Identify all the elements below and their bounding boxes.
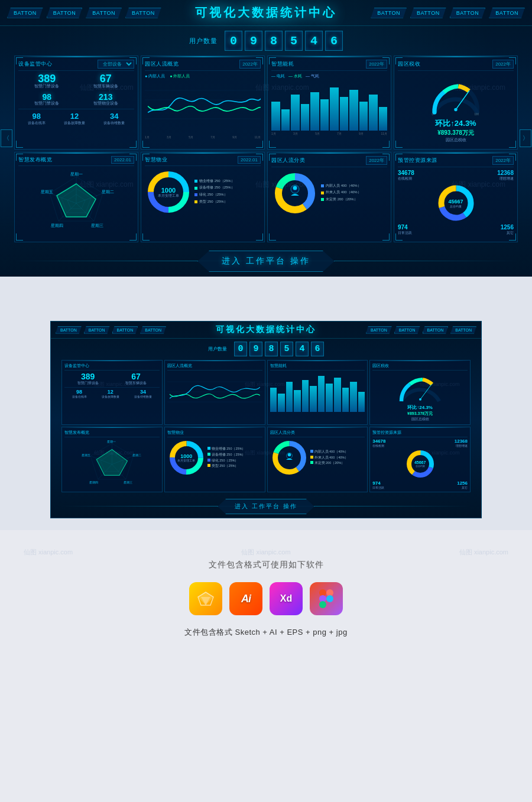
- d2-property-title: 智慧物业: [167, 430, 262, 437]
- d2-enter-btn[interactable]: 进入 工作平台 操作: [218, 499, 314, 514]
- budget-stat2-num: 12368: [497, 170, 514, 176]
- d2-user-count: 用户数量 0 9 8 5 4 6: [51, 339, 481, 358]
- equip-num-2: 67: [77, 73, 135, 84]
- svg-rect-78: [326, 595, 333, 602]
- right-header-buttons: BATTON BATTON BATTON BATTON: [371, 8, 525, 18]
- property-header: 智慧物业 2022.01: [145, 156, 261, 166]
- header-btn-5[interactable]: BATTON: [371, 8, 407, 18]
- figma-icon: [310, 582, 343, 615]
- d2-btn-5[interactable]: BATTON: [366, 326, 392, 334]
- d2-grid-1: 设备监管中心 389 智慧门禁设备 67 智慧车辆设备 98 设备在线率: [51, 358, 481, 427]
- info-wm-center: 仙图 xianpic.com: [241, 548, 290, 557]
- info-wm-right: 仙图 xianpic.com: [459, 548, 508, 557]
- d2-row1: 98: [72, 389, 87, 395]
- header: BATTON BATTON BATTON BATTON 可视化大数据统计中心 B…: [0, 0, 532, 26]
- d2-bottom-bar: 进入 工作平台 操作: [51, 494, 481, 518]
- person-legend-1: 内部人员 400（40%）: [326, 183, 361, 189]
- svg-point-67: [287, 453, 291, 457]
- d2-prop-legend2: 设备维修 250（25%）: [212, 453, 246, 456]
- right-arrow[interactable]: 〉: [520, 129, 531, 147]
- header-btn-2[interactable]: BATTON: [47, 8, 83, 18]
- d2-energy-title: 智慧能耗: [270, 363, 365, 371]
- digit-2: 8: [265, 31, 283, 51]
- d2-budget-center-label: 总合约量: [414, 465, 426, 467]
- header-btn-6[interactable]: BATTON: [410, 8, 446, 18]
- user-count-bar: 用户数量 0 9 8 5 4 6: [0, 26, 532, 53]
- d2-row1-label: 设备在线率: [72, 395, 87, 398]
- left-arrow[interactable]: 〈: [1, 129, 12, 147]
- equip-row-label-2: 设备故障数量: [64, 121, 85, 126]
- d2-row2: 12: [102, 389, 119, 395]
- equip-label-1: 智慧门禁设备: [18, 84, 76, 89]
- energy-legend-1: 电耗: [277, 74, 285, 78]
- property-legend-3: 绿化 250（25%）: [199, 192, 228, 198]
- pop-legend-1: 内部人员: [148, 74, 165, 78]
- equip-row-num-3: 34: [103, 112, 125, 121]
- svg-point-42: [419, 398, 421, 401]
- digit-4: 4: [305, 31, 323, 51]
- population-title: 园区人流概览: [145, 60, 179, 68]
- d2-btn-6[interactable]: BATTON: [394, 326, 420, 334]
- tax-label: 园区总税收: [435, 137, 476, 143]
- budget-header: 预管控资源来源 2022年: [398, 156, 514, 167]
- d2-person-title: 园区人流分类: [270, 430, 365, 437]
- svg-text:星期五: 星期五: [41, 190, 53, 194]
- person-legend-3: 末定类 200（20%）: [326, 197, 358, 203]
- d2-tax-compare: 环比↑24.3%: [407, 404, 433, 411]
- property-legend: 物业维修 250（25%） 设备维修 250（25%） 绿化 250（25%） …: [194, 178, 235, 206]
- header-btn-7[interactable]: BATTON: [450, 8, 486, 18]
- header-btn-4[interactable]: BATTON: [125, 8, 161, 18]
- equip-row-num-1: 98: [28, 112, 46, 121]
- svg-text:星期四: 星期四: [51, 223, 63, 228]
- tax-card: 园区税收 2022年 0 100: [394, 56, 518, 150]
- d2-digit-4: 4: [296, 342, 309, 356]
- d2-title: 可视化大数据统计中心: [216, 324, 316, 335]
- d2-btn-3[interactable]: BATTON: [112, 326, 138, 334]
- property-donut-area: 1000 本月安理工单 物业维修 250（25%） 设备维修 250（25%）: [145, 168, 261, 216]
- d2-btn-1[interactable]: BATTON: [56, 326, 82, 334]
- tax-gauge: 0 100 环比↑24.3% ¥893.378万元 园区总税收: [398, 73, 514, 145]
- d2-tax-label: 园区总税收: [411, 417, 429, 422]
- d2-equip-num-1: 389: [64, 372, 111, 381]
- d2-btn-4[interactable]: BATTON: [140, 326, 166, 334]
- energy-legend-2: 水耗: [294, 74, 302, 78]
- left-side-decoration: 〈: [0, 0, 13, 277]
- right-side-decoration: 〉: [519, 0, 532, 277]
- user-count-label: 用户数量: [189, 37, 218, 46]
- person-type-title: 园区人流分类: [271, 157, 305, 164]
- d2-budget-label1: 在线检测: [372, 444, 385, 447]
- pop-legend-2: 外部人员: [173, 74, 190, 78]
- d2-btn-2[interactable]: BATTON: [84, 326, 110, 334]
- equip-label-2: 智慧车辆设备: [77, 84, 135, 89]
- energy-card: 智慧能耗 2022年 — 电耗 — 水耗 — 气耗: [267, 56, 391, 150]
- d2-btn-8[interactable]: BATTON: [450, 326, 476, 334]
- schedule-card: 智慧发布概览 2022.01: [14, 152, 138, 242]
- digit-3: 5: [285, 31, 303, 51]
- d2-digit-0: 0: [234, 342, 247, 356]
- d2-equip-card: 设备监管中心 389 智慧门禁设备 67 智慧车辆设备 98 设备在线率: [61, 360, 163, 425]
- d2-digit-3: 5: [280, 342, 293, 356]
- grid-row-2: 智慧发布概览 2022.01: [0, 152, 532, 245]
- d2-person-legend3: 末定类 200（20%）: [314, 461, 345, 465]
- d2-digit-2: 8: [265, 342, 278, 356]
- property-center-num: 1000: [158, 187, 179, 194]
- header-btn-3[interactable]: BATTON: [86, 8, 122, 18]
- budget-center-num: 45667: [448, 199, 463, 204]
- d2-equip-title: 设备监管中心: [64, 363, 160, 371]
- d2-budget-num4: 1256: [457, 480, 468, 486]
- d2-prop-label: 本月安理工单: [177, 459, 195, 462]
- d2-digit-5: 6: [311, 342, 324, 356]
- person-type-header: 园区人流分类 2022年: [271, 156, 387, 167]
- tax-header: 园区税收 2022年: [398, 60, 514, 71]
- d2-user-label: 用户数量: [208, 346, 227, 352]
- d2-person-donut: [270, 439, 309, 477]
- d2-btn-7[interactable]: BATTON: [423, 326, 449, 334]
- property-card: 智慧物业 2022.01 1000 本月安: [141, 152, 265, 242]
- budget-stat3-num: 974: [398, 224, 412, 230]
- equipment-select[interactable]: 全部设备: [98, 60, 134, 69]
- svg-text:星期一: 星期一: [107, 440, 116, 443]
- enter-platform-btn[interactable]: 进入 工作平台 操作: [197, 251, 335, 272]
- equipment-card: 设备监管中心 全部设备 389 智慧门禁设备 67 智慧车辆设备 98 智慧门禁…: [14, 56, 138, 150]
- equipment-bottom-row: 98 设备在线率 12 设备故障数量 34 设备待维数量: [18, 109, 134, 126]
- d2-person-type-card: 园区人流分类: [267, 427, 368, 492]
